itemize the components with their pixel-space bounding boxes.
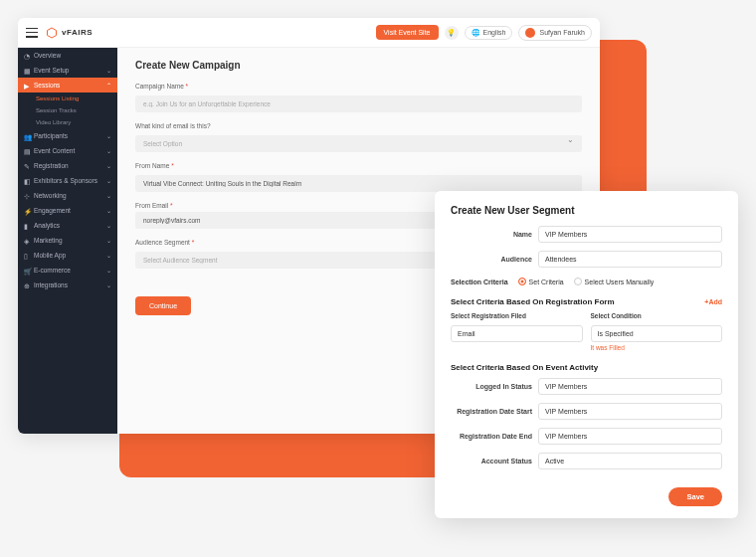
campaign-name-input[interactable]	[135, 95, 582, 112]
continue-button[interactable]: Continue	[135, 296, 191, 315]
user-name: Sufyan Farukh	[539, 29, 585, 36]
activity-criteria-title: Select Criteria Based On Event Activity	[451, 363, 598, 372]
from-name-label: From Name *	[135, 162, 582, 169]
sidebar-sub-sessions-listing[interactable]: Sessions Listing	[18, 93, 117, 104]
sidebar-item-overview[interactable]: ◔Overview	[18, 48, 117, 63]
email-kind-label: What kind of email is this?	[135, 122, 582, 129]
account-status-select[interactable]	[538, 453, 722, 469]
from-name-input[interactable]	[135, 175, 582, 192]
filled-note: It was Filled	[591, 344, 723, 351]
sidebar-item-mobile-app[interactable]: ▯Mobile App⌄	[18, 248, 117, 263]
condition-select[interactable]	[591, 325, 723, 342]
sidebar-sub-session-tracks[interactable]: Session Tracks	[18, 104, 117, 116]
logged-in-select[interactable]	[538, 378, 722, 395]
campaign-name-label: Campaign Name *	[135, 83, 582, 90]
sidebar-item-event-setup[interactable]: ▦Event Setup⌄	[18, 63, 117, 78]
top-bar: vFAIRS Visit Event Site 💡 🌐 English Sufy…	[18, 18, 600, 48]
segment-name-label: Name	[451, 231, 532, 238]
sidebar-item-ecommerce[interactable]: 🛒E-commerce⌄	[18, 263, 117, 278]
radio-set-criteria[interactable]: Set Criteria	[518, 278, 564, 285]
segment-title: Create New User Segment	[451, 205, 722, 216]
sidebar: ◔Overview ▦Event Setup⌄ ▶Sessions⌃ Sessi…	[18, 48, 117, 434]
logo-icon	[46, 27, 58, 39]
sidebar-item-analytics[interactable]: ▮Analytics⌄	[18, 218, 117, 233]
from-email-label: From Email *	[135, 202, 173, 209]
reg-start-input[interactable]	[538, 403, 722, 420]
language-selector[interactable]: 🌐 English	[465, 26, 513, 40]
visit-event-button[interactable]: Visit Event Site	[376, 25, 439, 40]
user-segment-panel: Create New User Segment Name Audience Se…	[435, 191, 738, 518]
radio-select-manually[interactable]: Select Users Manually	[574, 278, 655, 285]
condition-label: Select Condition	[591, 312, 723, 319]
sidebar-item-marketing[interactable]: ◈Marketing⌄	[18, 233, 117, 248]
sidebar-item-event-content[interactable]: ▤Event Content⌄	[18, 143, 117, 158]
reg-criteria-title: Select Criteria Based On Registration Fo…	[451, 297, 615, 306]
sidebar-item-registration[interactable]: ✎Registration⌄	[18, 158, 117, 173]
user-menu[interactable]: Sufyan Farukh	[518, 25, 592, 41]
page-title: Create New Campaign	[135, 60, 582, 71]
globe-icon: 🌐	[472, 29, 480, 37]
hamburger-menu-icon[interactable]	[26, 28, 38, 38]
sidebar-item-engagement[interactable]: ⚡Engagement⌄	[18, 203, 117, 218]
bulb-icon[interactable]: 💡	[445, 26, 459, 40]
segment-audience-input[interactable]	[538, 251, 722, 268]
sidebar-item-networking[interactable]: ⊹Networking⌄	[18, 188, 117, 203]
reg-field-label: Select Registration Filed	[451, 312, 583, 319]
segment-audience-label: Audience	[451, 256, 532, 263]
reg-end-label: Registration Date End	[451, 433, 532, 440]
add-criteria-link[interactable]: +Add	[704, 298, 722, 305]
avatar	[525, 28, 535, 38]
save-button[interactable]: Save	[668, 487, 722, 506]
selection-criteria-label: Selection Criteria	[451, 278, 508, 285]
svg-marker-0	[48, 28, 57, 38]
email-kind-select[interactable]	[135, 135, 582, 152]
sidebar-sub-video-library[interactable]: Video Library	[18, 116, 117, 128]
logged-in-label: Logged In Status	[451, 383, 532, 390]
brand-name: vFAIRS	[62, 28, 93, 37]
sidebar-item-integrations[interactable]: ⊕Integrations⌄	[18, 278, 117, 292]
reg-start-label: Registration Date Start	[451, 408, 532, 415]
segment-name-input[interactable]	[538, 226, 722, 243]
brand-logo: vFAIRS	[46, 27, 93, 39]
reg-end-input[interactable]	[538, 428, 722, 445]
account-status-label: Account Status	[451, 458, 532, 464]
sidebar-item-participants[interactable]: 👥Participants⌄	[18, 128, 117, 143]
language-label: English	[483, 29, 506, 36]
sidebar-item-sessions[interactable]: ▶Sessions⌃	[18, 78, 117, 93]
reg-field-select[interactable]	[451, 325, 583, 342]
sidebar-item-exhibitors[interactable]: ◧Exhibitors & Sponsors⌄	[18, 173, 117, 188]
